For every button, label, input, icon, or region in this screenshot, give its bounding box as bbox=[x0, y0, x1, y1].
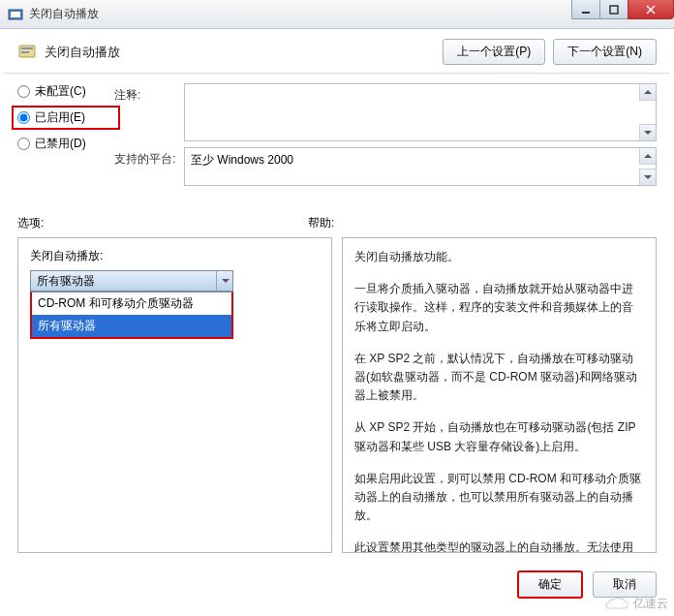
combo-dropdown-list: CD-ROM 和可移动介质驱动器 所有驱动器 bbox=[30, 292, 233, 339]
config-section: 未配置(C) 已启用(E) 已禁用(D) 注释: 支持的平台: 至少 Windo… bbox=[0, 74, 674, 192]
help-paragraph: 一旦将介质插入驱动器，自动播放就开始从驱动器中进行读取操作。这样，程序的安装文件… bbox=[354, 280, 644, 336]
footer: 确定 取消 bbox=[0, 563, 674, 606]
close-button[interactable] bbox=[628, 0, 674, 19]
help-paragraph: 关闭自动播放功能。 bbox=[354, 248, 644, 266]
svg-rect-1 bbox=[11, 12, 20, 17]
prev-setting-button[interactable]: 上一个设置(P) bbox=[443, 39, 545, 65]
ok-button[interactable]: 确定 bbox=[517, 570, 583, 599]
next-setting-button[interactable]: 下一个设置(N) bbox=[553, 39, 657, 65]
page-title: 关闭自动播放 bbox=[45, 44, 443, 61]
platform-label: 支持的平台: bbox=[114, 147, 184, 186]
comment-textarea[interactable] bbox=[184, 83, 657, 141]
combo-option-selected[interactable]: 所有驱动器 bbox=[32, 315, 231, 337]
comment-label: 注释: bbox=[114, 83, 184, 141]
radio-enabled[interactable]: 已启用(E) bbox=[17, 109, 114, 126]
scroll-up-icon[interactable] bbox=[639, 84, 656, 101]
drive-combo[interactable]: 所有驱动器 bbox=[30, 270, 233, 292]
combo-selected-value: 所有驱动器 bbox=[37, 273, 95, 290]
scroll-down-icon[interactable] bbox=[639, 169, 656, 185]
help-paragraph: 从 XP SP2 开始，自动播放也在可移动驱动器(包括 ZIP 驱动器和某些 U… bbox=[354, 418, 644, 455]
cancel-button[interactable]: 取消 bbox=[593, 571, 657, 598]
options-label: 选项: bbox=[17, 215, 308, 231]
svg-rect-3 bbox=[610, 6, 618, 14]
help-paragraph: 在 XP SP2 之前，默认情况下，自动播放在可移动驱动器(如软盘驱动器，而不是… bbox=[354, 350, 644, 406]
help-panel: 关闭自动播放功能。 一旦将介质插入驱动器，自动播放就开始从驱动器中进行读取操作。… bbox=[342, 237, 657, 553]
scroll-up-icon[interactable] bbox=[639, 148, 656, 165]
app-icon bbox=[8, 7, 23, 22]
svg-rect-8 bbox=[21, 51, 29, 53]
radio-disabled[interactable]: 已禁用(D) bbox=[17, 136, 114, 152]
chevron-down-icon[interactable] bbox=[216, 270, 233, 292]
options-section-label: 关闭自动播放: bbox=[30, 248, 320, 264]
highlight-enabled: 已启用(E) bbox=[12, 106, 120, 130]
svg-rect-7 bbox=[21, 47, 33, 49]
platform-textarea[interactable]: 至少 Windows 2000 bbox=[184, 147, 657, 186]
scroll-down-icon[interactable] bbox=[639, 124, 656, 140]
help-paragraph: 如果启用此设置，则可以禁用 CD-ROM 和可移动介质驱动器上的自动播放，也可以… bbox=[354, 470, 644, 526]
window-title: 关闭自动播放 bbox=[29, 6, 99, 22]
help-label: 帮助: bbox=[308, 215, 598, 231]
options-panel: 关闭自动播放: 所有驱动器 CD-ROM 和可移动介质驱动器 所有驱动器 bbox=[17, 237, 332, 553]
minimize-button[interactable] bbox=[571, 0, 600, 19]
radio-not-configured[interactable]: 未配置(C) bbox=[17, 83, 114, 100]
help-paragraph: 此设置禁用其他类型的驱动器上的自动播放。无法使用此设置在默认情况下已禁用的自动播… bbox=[354, 539, 644, 553]
titlebar: 关闭自动播放 bbox=[0, 0, 674, 29]
policy-icon bbox=[17, 43, 37, 62]
combo-option[interactable]: CD-ROM 和可移动介质驱动器 bbox=[32, 293, 231, 315]
maximize-button[interactable] bbox=[599, 0, 628, 19]
header: 关闭自动播放 上一个设置(P) 下一个设置(N) bbox=[0, 29, 674, 73]
